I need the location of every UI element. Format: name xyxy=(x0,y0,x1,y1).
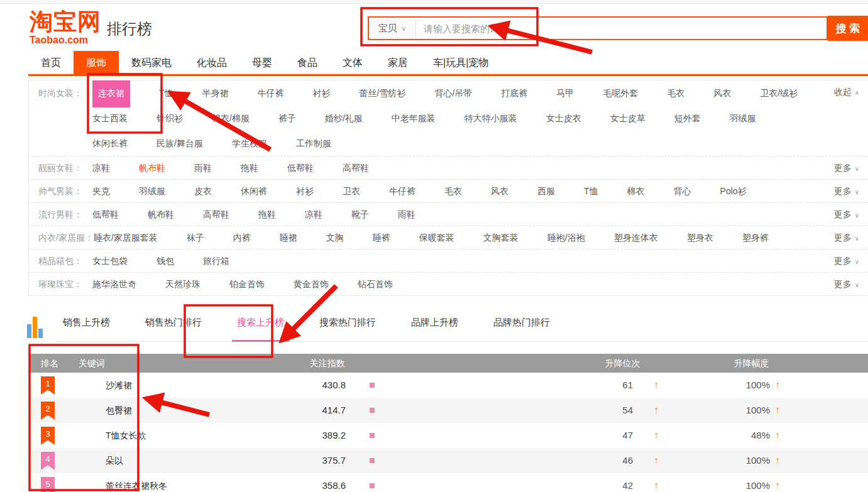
search-category-dropdown[interactable]: 宝贝 ∨ xyxy=(369,18,416,39)
category-link[interactable]: 夹克 xyxy=(92,180,110,202)
category-link[interactable]: 特大特小服装 xyxy=(464,106,517,131)
category-link[interactable]: 睡衣/家居服套装 xyxy=(94,226,158,249)
more-link[interactable]: 更多∨ xyxy=(834,249,859,273)
more-link[interactable]: 更多∨ xyxy=(834,226,859,250)
category-link[interactable]: 打底裤 xyxy=(501,80,527,106)
more-link[interactable]: 更多∨ xyxy=(834,203,859,227)
nav-tab[interactable]: 服饰 xyxy=(74,51,119,74)
nav-tab[interactable]: 家居 xyxy=(375,51,420,74)
category-link[interactable]: 黄金首饰 xyxy=(294,273,329,295)
rank-tab[interactable]: 品牌热门排行 xyxy=(492,317,551,329)
category-link[interactable]: 高帮鞋 xyxy=(343,156,369,179)
category-link[interactable]: 文胸 xyxy=(326,226,344,249)
category-link[interactable]: 钻石首饰 xyxy=(358,273,393,295)
category-link[interactable]: 蕾丝/雪纺衫 xyxy=(360,80,406,106)
category-link[interactable]: 休闲长裤 xyxy=(92,131,128,156)
category-link[interactable]: T恤 xyxy=(159,80,173,106)
keyword-cell[interactable]: T恤女长款 xyxy=(106,423,146,448)
taobao-logo[interactable]: 淘宝网 Taobao.com xyxy=(30,10,101,45)
category-link[interactable]: 衬衫 xyxy=(296,180,314,202)
category-link[interactable]: 棉衣 xyxy=(627,180,645,202)
category-link[interactable]: 羽绒服 xyxy=(730,106,756,131)
category-link[interactable]: 背心/吊带 xyxy=(434,80,472,106)
category-link[interactable]: 风衣 xyxy=(491,180,508,202)
category-link[interactable]: 凉鞋 xyxy=(305,203,322,226)
nav-tab[interactable]: 食品 xyxy=(285,51,330,74)
category-link[interactable]: 旅行箱 xyxy=(203,249,229,272)
category-link[interactable]: 中老年服装 xyxy=(392,106,436,131)
category-link[interactable]: 塑身裤 xyxy=(742,226,769,249)
category-link[interactable]: 牛仔裤 xyxy=(389,180,415,202)
category-link[interactable]: 卫衣 xyxy=(343,180,360,202)
collapse-link[interactable]: 收起∧ xyxy=(834,80,859,104)
category-link[interactable]: 半身裙 xyxy=(202,80,229,106)
rank-tab[interactable]: 销售热门排行 xyxy=(144,317,203,329)
search-input[interactable] xyxy=(416,18,827,39)
search-button[interactable]: 搜 索 xyxy=(828,16,868,41)
keyword-cell[interactable]: 朵以 xyxy=(106,448,123,473)
category-link[interactable]: 施华洛世奇 xyxy=(92,273,136,295)
nav-tab[interactable]: 化妆品 xyxy=(184,51,239,74)
category-link[interactable]: 针织衫 xyxy=(157,106,183,131)
category-link[interactable]: 雨鞋 xyxy=(194,156,212,179)
nav-tab[interactable]: 车|玩具|宠物 xyxy=(420,51,501,74)
category-link[interactable]: 铂金首饰 xyxy=(229,273,265,295)
category-link[interactable]: 连衣裙 xyxy=(92,80,130,107)
category-link[interactable]: 低帮鞋 xyxy=(287,156,314,179)
keyword-cell[interactable]: 包臀裙 xyxy=(106,398,132,423)
category-link[interactable]: 短外套 xyxy=(674,106,701,131)
category-link[interactable]: 袜子 xyxy=(187,226,204,249)
category-link[interactable]: 凉鞋 xyxy=(92,156,110,179)
nav-tab[interactable]: 首页 xyxy=(28,51,74,74)
category-link[interactable]: 靴子 xyxy=(351,203,369,226)
category-link[interactable]: 毛衣 xyxy=(667,80,684,106)
category-link[interactable]: 民族/舞台服 xyxy=(157,131,203,156)
category-link[interactable]: 西服 xyxy=(537,180,555,202)
category-link[interactable]: 女士西装 xyxy=(92,106,128,131)
category-link[interactable]: 女士包袋 xyxy=(92,249,128,272)
category-link[interactable]: 睡裤 xyxy=(373,226,390,249)
keyword-cell[interactable]: 蕾丝连衣裙秋冬 xyxy=(106,473,167,492)
category-link[interactable]: 睡裙 xyxy=(280,226,297,249)
category-link[interactable]: 卫衣/绒衫 xyxy=(760,80,798,106)
category-link[interactable]: 塑身连体衣 xyxy=(614,226,658,249)
category-link[interactable]: 天然珍珠 xyxy=(165,273,201,295)
more-link[interactable]: 更多∨ xyxy=(834,156,859,180)
category-link[interactable]: T恤 xyxy=(584,180,598,202)
category-link[interactable]: 风衣 xyxy=(713,80,731,106)
nav-tab[interactable]: 母婴 xyxy=(239,51,285,74)
category-link[interactable]: 棉衣/棉服 xyxy=(212,106,250,131)
rank-tab[interactable]: 销售上升榜 xyxy=(62,317,111,329)
category-link[interactable]: 低帮鞋 xyxy=(92,203,119,226)
category-link[interactable]: 女士皮草 xyxy=(610,106,646,131)
rank-tab[interactable]: 品牌上升榜 xyxy=(410,317,459,329)
nav-tab[interactable]: 数码家电 xyxy=(119,51,184,74)
category-link[interactable]: Polo衫 xyxy=(720,180,747,202)
category-link[interactable]: 牛仔裤 xyxy=(258,80,284,106)
category-link[interactable]: 休闲裤 xyxy=(241,180,267,202)
category-link[interactable]: 雨鞋 xyxy=(398,203,415,226)
category-link[interactable]: 毛衣 xyxy=(444,180,462,202)
category-link[interactable]: 女士皮衣 xyxy=(546,106,581,131)
category-link[interactable]: 塑身衣 xyxy=(687,226,713,249)
category-link[interactable]: 裤子 xyxy=(278,106,296,131)
rank-tab[interactable]: 搜索上升榜 xyxy=(236,317,285,329)
category-link[interactable]: 拖鞋 xyxy=(241,156,258,179)
rank-tab[interactable]: 搜索热门排行 xyxy=(318,317,377,329)
category-link[interactable]: 衬衫 xyxy=(313,80,331,106)
category-link[interactable]: 钱包 xyxy=(157,249,174,272)
category-link[interactable]: 婚纱/礼服 xyxy=(325,106,363,131)
category-link[interactable]: 工作制服 xyxy=(296,131,331,156)
category-link[interactable]: 帆布鞋 xyxy=(139,156,165,179)
category-link[interactable]: 拖鞋 xyxy=(258,203,276,226)
category-link[interactable]: 背心 xyxy=(674,180,691,202)
more-link[interactable]: 更多∨ xyxy=(834,180,859,204)
category-link[interactable]: 毛呢外套 xyxy=(603,80,638,106)
nav-tab[interactable]: 文体 xyxy=(330,51,375,74)
category-link[interactable]: 文胸套装 xyxy=(483,226,519,249)
category-link[interactable]: 内裤 xyxy=(233,226,251,249)
category-link[interactable]: 学生校服 xyxy=(232,131,267,156)
more-link[interactable]: 更多∨ xyxy=(834,273,859,297)
category-link[interactable]: 睡袍/浴袍 xyxy=(547,226,585,249)
keyword-cell[interactable]: 沙滩裙 xyxy=(106,373,132,398)
